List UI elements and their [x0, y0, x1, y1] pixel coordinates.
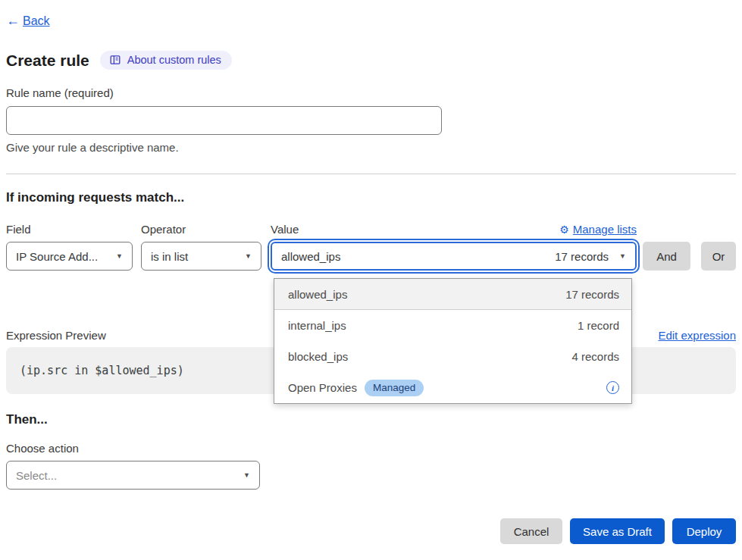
cancel-button[interactable]: Cancel [500, 518, 562, 544]
gear-icon: ⚙ [559, 224, 569, 236]
list-item-record-count: 4 records [571, 350, 619, 363]
chevron-down-icon: ▼ [619, 252, 626, 260]
expression-preview-label: Expression Preview [6, 329, 106, 342]
book-icon [109, 54, 121, 66]
then-section-heading: Then... [6, 412, 736, 427]
or-button[interactable]: Or [701, 242, 736, 271]
value-select-record-count: 17 records [555, 250, 609, 263]
field-select[interactable]: IP Source Add... ▼ [6, 242, 133, 271]
rule-name-helper: Give your rule a descriptive name. [6, 141, 736, 154]
operator-select-value: is in list [151, 250, 188, 263]
back-arrow-icon: ← [6, 13, 20, 29]
list-item-open-proxies[interactable]: Open Proxies Managed i [274, 372, 631, 403]
value-select-value: allowed_ips [281, 250, 340, 263]
field-label: Field [6, 223, 141, 236]
match-section-heading: If incoming requests match... [6, 190, 736, 205]
chevron-down-icon: ▼ [243, 471, 250, 479]
chevron-down-icon: ▼ [245, 252, 252, 260]
match-condition-row: IP Source Add... ▼ is in list ▼ allowed_… [6, 242, 736, 271]
list-item-blocked-ips[interactable]: blocked_ips 4 records [274, 341, 631, 372]
managed-badge: Managed [365, 380, 424, 396]
list-item-name: allowed_ips [288, 288, 347, 301]
section-divider [6, 174, 736, 174]
list-item-record-count: 1 record [578, 319, 619, 332]
deploy-button[interactable]: Deploy [672, 518, 736, 544]
rule-name-label: Rule name (required) [6, 86, 736, 99]
choose-action-label: Choose action [6, 442, 736, 455]
back-link-label: Back [23, 14, 50, 28]
back-link[interactable]: ←Back [6, 13, 50, 29]
footer-actions: Cancel Save as Draft Deploy [500, 518, 736, 544]
manage-lists-link[interactable]: ⚙ Manage lists [559, 223, 637, 236]
list-item-name: Open Proxies [288, 381, 357, 394]
create-rule-page: ←Back Create rule About custom rules Rul… [0, 0, 742, 560]
list-item-name: internal_ips [288, 319, 346, 332]
list-item-allowed-ips[interactable]: allowed_ips 17 records [274, 279, 631, 310]
list-item-name: blocked_ips [288, 350, 348, 363]
page-header: Create rule About custom rules [6, 51, 736, 70]
value-select[interactable]: allowed_ips 17 records ▼ [271, 242, 637, 271]
info-icon[interactable]: i [606, 381, 619, 394]
operator-label: Operator [141, 223, 271, 236]
chevron-down-icon: ▼ [116, 252, 123, 260]
field-select-value: IP Source Add... [16, 250, 98, 263]
list-item-record-count: 17 records [565, 288, 619, 301]
page-title: Create rule [6, 52, 89, 70]
manage-lists-label: Manage lists [573, 223, 637, 236]
and-button[interactable]: And [643, 242, 690, 271]
save-as-draft-button[interactable]: Save as Draft [570, 518, 665, 544]
operator-select[interactable]: is in list ▼ [141, 242, 261, 271]
action-select[interactable]: Select... ▼ [6, 461, 260, 490]
expression-code: (ip.src in $allowed_ips) [20, 364, 184, 377]
action-select-placeholder: Select... [16, 469, 57, 482]
match-labels-row: Field Operator Value ⚙ Manage lists [6, 223, 736, 236]
edit-expression-link[interactable]: Edit expression [658, 329, 736, 342]
about-custom-rules-link[interactable]: About custom rules [100, 51, 232, 70]
about-custom-rules-label: About custom rules [127, 54, 221, 66]
rule-name-input[interactable] [6, 106, 442, 135]
list-item-internal-ips[interactable]: internal_ips 1 record [274, 310, 631, 341]
value-label: Value [271, 223, 299, 236]
value-dropdown-panel: allowed_ips 17 records internal_ips 1 re… [274, 278, 632, 404]
